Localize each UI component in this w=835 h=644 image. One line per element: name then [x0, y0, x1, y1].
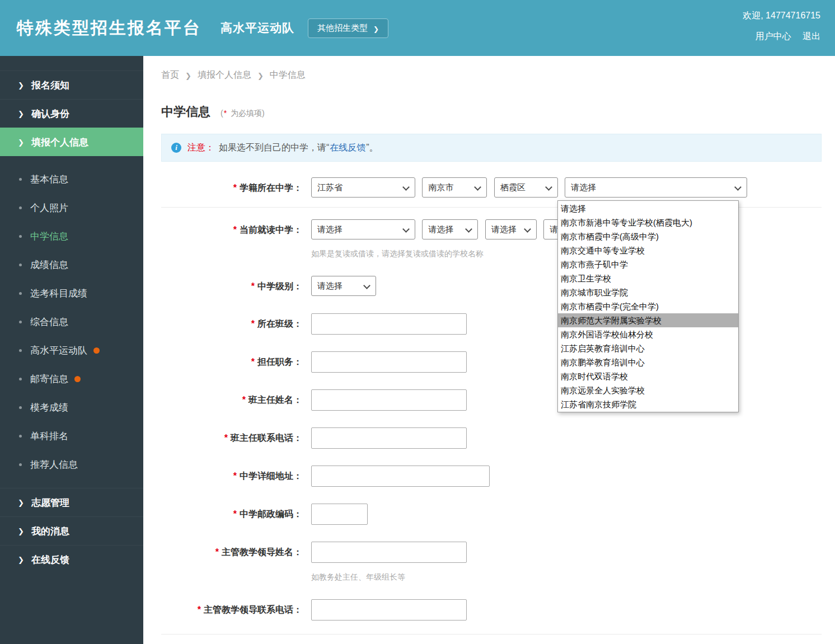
bullet-dot-icon	[19, 349, 22, 352]
field-label-text: 所在班级：	[257, 319, 302, 328]
current-district-select[interactable]: 请选择	[485, 219, 537, 239]
sidebar-subitem-label: 邮寄信息	[30, 373, 68, 386]
breadcrumb-separator-icon	[251, 70, 270, 81]
sidebar-item-registration-notice[interactable]: 报名须知	[0, 70, 143, 99]
sidebar-subitem-single-subject-rank[interactable]: 单科排名	[0, 422, 143, 450]
dropdown-option[interactable]: 南京外国语学校仙林分校	[558, 327, 738, 341]
class-name-input[interactable]	[311, 313, 467, 335]
form-bottom-divider	[161, 634, 822, 634]
dropdown-option[interactable]: 南京城市职业学院	[558, 285, 738, 299]
sidebar-subitem-comprehensive-info[interactable]: 综合信息	[0, 308, 143, 336]
registered-school-controls: 江苏省 南京市 栖霞区 请选择 请选择 南京市新港中等专业学校(栖霞电大) 南京…	[311, 177, 752, 198]
alert-dot-icon	[74, 376, 81, 382]
teaching-leader-phone-input[interactable]	[311, 599, 467, 621]
sidebar-item-personal-info[interactable]: 填报个人信息	[0, 128, 143, 156]
school-postcode-input[interactable]	[311, 504, 368, 525]
sidebar-subitem-basic-info[interactable]: 基本信息	[0, 165, 143, 194]
dropdown-option[interactable]: 南京鹏举教育培训中心	[558, 355, 738, 369]
notice-label: 注意：	[187, 142, 214, 154]
dropdown-option[interactable]: 请选择	[558, 201, 738, 215]
bullet-dot-icon	[19, 264, 22, 266]
required-marker: *	[224, 109, 227, 117]
header-subtitle: 高水平运动队	[221, 20, 294, 36]
position-input[interactable]	[311, 351, 467, 373]
chevron-right-icon	[18, 79, 31, 91]
sidebar-item-label: 志愿管理	[31, 496, 69, 509]
sidebar-subitem-photo[interactable]: 个人照片	[0, 194, 143, 222]
select-value: 请选择	[317, 281, 343, 292]
dropdown-option-highlighted[interactable]: 南京师范大学附属实验学校	[558, 313, 738, 327]
dropdown-option[interactable]: 南京市栖霞中学(完全中学)	[558, 299, 738, 313]
bullet-dot-icon	[19, 235, 22, 238]
middle-school-form: *学籍所在中学： 江苏省 南京市 栖霞区 请选择 请选择 南京市新港中等专业学校…	[161, 177, 822, 634]
breadcrumb-personal-info[interactable]: 填报个人信息	[198, 69, 251, 81]
sidebar-item-my-messages[interactable]: 我的消息	[0, 516, 143, 545]
note-text: 为必填项)	[228, 109, 265, 117]
field-label: *学籍所在中学：	[161, 177, 302, 198]
notice-suffix: 。	[369, 142, 378, 154]
current-province-select[interactable]: 请选择	[311, 219, 415, 239]
sidebar-item-application-management[interactable]: 志愿管理	[0, 488, 143, 516]
dropdown-option[interactable]: 南京时代双语学校	[558, 369, 738, 383]
required-marker: *	[251, 319, 255, 328]
teaching-leader-name-input[interactable]	[311, 542, 467, 563]
breadcrumb-home[interactable]: 首页	[161, 69, 179, 81]
sidebar-subitem-mailing-info[interactable]: 邮寄信息	[0, 365, 143, 393]
school-level-select[interactable]: 请选择	[311, 276, 376, 296]
dropdown-option[interactable]: 南京远景全人实验学校	[558, 383, 738, 397]
select-value: 请选择	[317, 224, 343, 235]
required-marker: *	[251, 357, 255, 366]
dropdown-option[interactable]: 南京市新港中等专业学校(栖霞电大)	[558, 215, 738, 229]
dropdown-option[interactable]: 江苏启英教育培训中心	[558, 341, 738, 355]
sidebar-subitem-elective-scores[interactable]: 选考科目成绩	[0, 279, 143, 308]
sidebar-subitem-sports-team[interactable]: 高水平运动队	[0, 336, 143, 365]
dropdown-option[interactable]: 南京市栖霞中学(高级中学)	[558, 229, 738, 243]
school-select[interactable]: 请选择	[565, 177, 747, 198]
app-header: 特殊类型招生报名平台 高水平运动队 其他招生类型 欢迎, 14774716715…	[0, 0, 835, 56]
select-value: 请选择	[428, 224, 453, 235]
province-select[interactable]: 江苏省	[311, 177, 415, 198]
bullet-dot-icon	[19, 378, 22, 380]
field-label: *主管教学领导联系电话：	[161, 599, 302, 620]
required-marker: *	[233, 471, 237, 481]
district-select[interactable]: 栖霞区	[494, 177, 558, 198]
head-teacher-name-input[interactable]	[311, 389, 467, 411]
online-feedback-link[interactable]: 在线反馈	[330, 142, 365, 154]
dropdown-option[interactable]: 南京交通中等专业学校	[558, 243, 738, 257]
other-enroll-types-button[interactable]: 其他招生类型	[308, 18, 388, 38]
info-icon	[171, 143, 181, 153]
sidebar-subitem-middle-school-info[interactable]: 中学信息	[0, 222, 143, 251]
field-label: *中学邮政编码：	[161, 504, 302, 524]
school-address-input[interactable]	[311, 466, 490, 487]
sidebar-item-confirm-identity[interactable]: 确认身份	[0, 99, 143, 128]
field-label: *中学级别：	[161, 276, 302, 297]
sidebar-subitem-label: 高水平运动队	[30, 344, 87, 357]
breadcrumb-separator-icon	[179, 70, 198, 81]
welcome-text: 欢迎, 14774716715	[743, 10, 820, 22]
sidebar-subitem-score-info[interactable]: 成绩信息	[0, 251, 143, 279]
dropdown-option[interactable]: 南京卫生学校	[558, 271, 738, 285]
sidebar-subitem-label: 推荐人信息	[30, 458, 78, 471]
app-title: 特殊类型招生报名平台	[17, 17, 201, 40]
current-city-select[interactable]: 请选择	[422, 219, 478, 239]
user-center-link[interactable]: 用户中心	[756, 31, 791, 41]
chevron-right-icon	[18, 525, 31, 537]
sidebar-subitem-mock-exam-scores[interactable]: 模考成绩	[0, 393, 143, 422]
dropdown-option[interactable]: 南京市燕子矶中学	[558, 257, 738, 271]
head-teacher-phone-input[interactable]	[311, 427, 467, 449]
form-row-school-address: *中学详细地址：	[161, 466, 822, 487]
field-label: *班主任姓名：	[161, 389, 302, 410]
chevron-right-icon	[18, 137, 31, 148]
sidebar-subitem-label: 基本信息	[30, 173, 68, 186]
sidebar-sub-menu: 基本信息 个人照片 中学信息 成绩信息 选考科目成绩 综合信息	[0, 156, 143, 488]
sidebar-subitem-recommender-info[interactable]: 推荐人信息	[0, 450, 143, 479]
city-select[interactable]: 南京市	[422, 177, 487, 198]
logout-link[interactable]: 退出	[803, 31, 820, 41]
sidebar-subitem-label: 选考科目成绩	[30, 287, 87, 300]
dropdown-option[interactable]: 江苏省南京技师学院	[558, 397, 738, 411]
sidebar-subitem-label: 中学信息	[30, 230, 68, 243]
sidebar-item-online-feedback[interactable]: 在线反馈	[0, 545, 143, 574]
sidebar: 报名须知 确认身份 填报个人信息 基本信息 个人照片 中学信息	[0, 56, 143, 644]
field-label-text: 中学详细地址：	[240, 471, 302, 481]
chevron-right-icon	[18, 108, 31, 119]
